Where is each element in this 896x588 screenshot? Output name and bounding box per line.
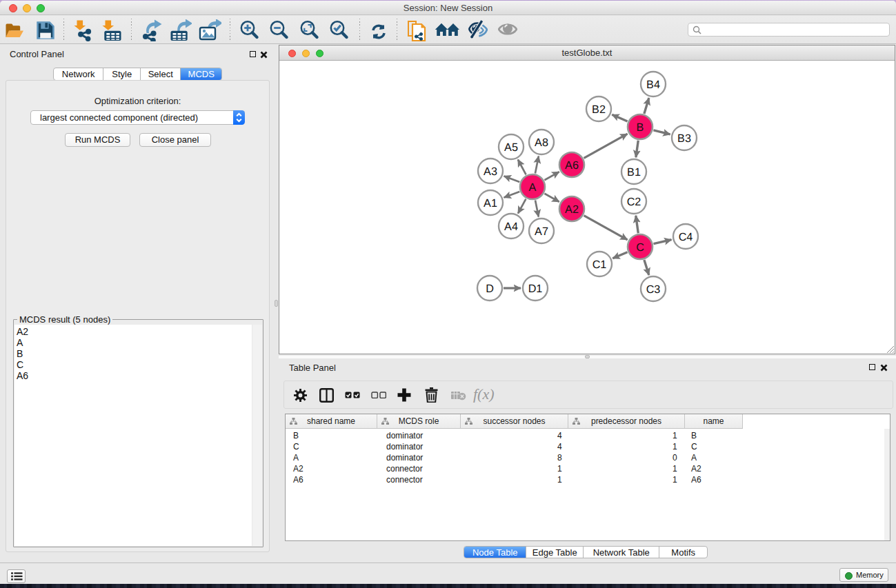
svg-text:B: B — [637, 121, 644, 134]
svg-text:A5: A5 — [504, 141, 518, 154]
svg-text:B1: B1 — [627, 166, 641, 179]
svg-text:A8: A8 — [535, 136, 548, 149]
svg-text:D1: D1 — [528, 283, 543, 295]
svg-text:A7: A7 — [535, 225, 548, 238]
svg-text:A2: A2 — [565, 203, 579, 216]
svg-text:C4: C4 — [679, 231, 693, 243]
svg-text:A4: A4 — [504, 221, 518, 233]
svg-text:C2: C2 — [627, 196, 641, 208]
svg-text:A6: A6 — [565, 159, 579, 172]
svg-text:B2: B2 — [592, 103, 606, 116]
svg-text:C3: C3 — [646, 283, 661, 296]
svg-text:C: C — [636, 241, 644, 254]
svg-text:B3: B3 — [677, 132, 691, 145]
svg-text:D: D — [486, 283, 494, 295]
svg-text:A3: A3 — [484, 165, 497, 178]
svg-text:A1: A1 — [484, 197, 497, 210]
svg-text:B4: B4 — [646, 79, 660, 91]
svg-text:A: A — [529, 181, 537, 194]
svg-text:C1: C1 — [593, 258, 607, 271]
